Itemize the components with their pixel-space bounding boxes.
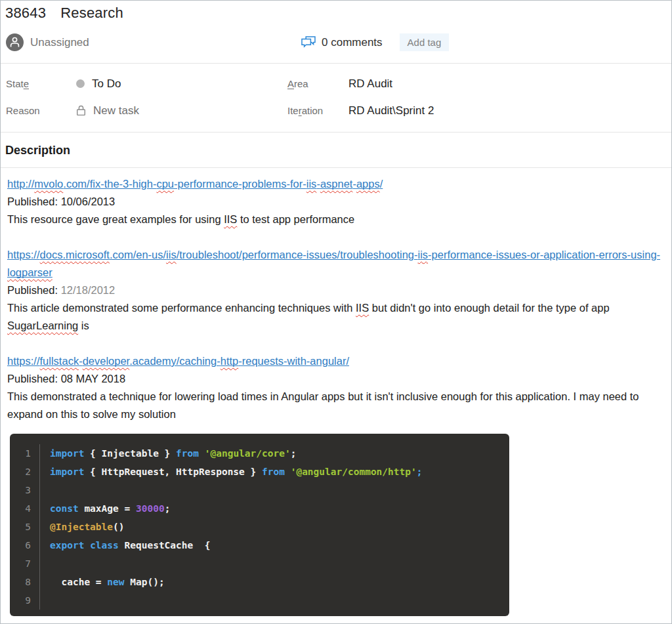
description-text: to test app performance <box>237 213 354 225</box>
code-block-lines: 1import { Injectable } from '@angular/co… <box>10 444 509 610</box>
code-line: 8 cache = new Map(); <box>10 573 509 591</box>
description-heading: Description <box>1 133 671 167</box>
code-line-text: export class RequestCache { <box>40 536 210 554</box>
description-text: is <box>78 320 89 331</box>
code-line: 9 <box>10 591 509 610</box>
description-link[interactable]: http <box>220 355 239 367</box>
description-paragraph: This resource gave great examples for us… <box>7 211 669 228</box>
code-line-number: 4 <box>10 499 40 518</box>
description-text: 12/18/2012 <box>61 284 116 296</box>
code-line-number: 6 <box>10 536 40 554</box>
description-content: http://mvolo.com/fix-the-3-high-cpu-perf… <box>1 167 671 616</box>
state-value[interactable]: To Do <box>76 70 287 97</box>
lock-icon <box>76 105 86 116</box>
description-link[interactable]: developer <box>83 355 130 367</box>
description-link[interactable]: aspnet <box>320 178 353 190</box>
description-paragraph: Published: 10/06/2013 <box>7 193 669 211</box>
description-text: IIS <box>356 302 369 314</box>
description-link[interactable]: fullstack <box>40 355 79 367</box>
description-link[interactable]: iis <box>306 178 317 190</box>
code-line-number: 5 <box>10 518 40 536</box>
description-link[interactable]: iis <box>418 249 429 260</box>
description-text: SugarLearning <box>7 320 78 331</box>
code-line-number: 1 <box>10 444 40 463</box>
code-line-text: cache = new Map(); <box>40 573 165 591</box>
state-dot-icon <box>76 79 85 88</box>
code-line: 5@Injectable() <box>10 518 509 536</box>
description-link[interactable]: apps <box>356 178 380 190</box>
code-line-text <box>40 554 50 573</box>
description-link[interactable]: .com/fix-the-3-high- <box>63 178 156 190</box>
description-paragraph: Published: 08 MAY 2018 <box>7 370 669 388</box>
comments-button[interactable]: 0 comments <box>301 36 383 49</box>
code-line: 6export class RequestCache { <box>10 536 509 554</box>
reason-value: New task <box>76 97 287 124</box>
description-paragraph: Published: 12/18/2012 <box>7 281 669 299</box>
description-paragraph <box>7 228 669 246</box>
description-link[interactable]: https:// <box>7 249 40 260</box>
description-link[interactable]: -performance-issues-or-application-error… <box>428 249 660 260</box>
description-link[interactable]: cpu <box>156 178 174 190</box>
work-item-id: 38643 <box>5 5 46 21</box>
code-line: 7 <box>10 554 509 573</box>
description-text: IIS <box>224 213 237 225</box>
code-line-number: 2 <box>10 463 40 481</box>
work-item-page: 38643Research Unassigned 0 comments <box>0 0 672 624</box>
description-text: This article demonstrated some performan… <box>7 302 356 314</box>
description-link[interactable]: .academy/caching- <box>129 355 220 367</box>
code-line: 1import { Injectable } from '@angular/co… <box>10 444 509 463</box>
code-line: 4const maxAge = 30000; <box>10 499 509 518</box>
meta-row: Unassigned 0 comments Add tag <box>1 22 671 63</box>
description-link[interactable]: mvolo <box>34 178 63 190</box>
code-line: 3 <box>10 481 509 499</box>
description-link[interactable]: docs.microsoft <box>40 249 110 260</box>
work-item-header: 38643Research <box>1 1 671 22</box>
code-line: 2import { HttpRequest, HttpResponse } fr… <box>10 463 509 481</box>
reason-label: Reason <box>6 97 76 124</box>
description-link[interactable]: / <box>380 178 383 190</box>
iteration-value[interactable]: RD Audit\Sprint 2 <box>348 97 671 124</box>
description-link[interactable]: logparser <box>7 266 52 278</box>
description-link[interactable]: -requests-with-angular/ <box>238 355 349 367</box>
code-line-text: import { Injectable } from '@angular/cor… <box>40 444 296 463</box>
description-text: Published: 10/06/2013 <box>7 196 115 207</box>
code-line-number: 8 <box>10 573 40 591</box>
description-text: Published: <box>7 284 61 296</box>
description-paragraph: http://mvolo.com/fix-the-3-high-cpu-perf… <box>7 175 669 193</box>
avatar-icon <box>6 33 24 51</box>
comments-icon <box>301 36 316 49</box>
description-text: Published: 08 MAY 2018 <box>7 373 125 385</box>
code-line-text <box>40 591 50 610</box>
description-link[interactable]: http:// <box>7 178 34 190</box>
description-paragraph: https://fullstack-developer.academy/cach… <box>7 352 669 370</box>
assigned-to-field[interactable]: Unassigned <box>6 33 301 51</box>
description-paragraph <box>7 335 669 352</box>
description-paragraphs: http://mvolo.com/fix-the-3-high-cpu-perf… <box>7 175 669 423</box>
add-tag-button[interactable]: Add tag <box>400 33 450 51</box>
description-link[interactable]: -performance-problems-for- <box>174 178 306 190</box>
code-line-text: @Injectable() <box>40 518 125 536</box>
description-paragraph: This demonstrated a technique for loweri… <box>7 388 669 423</box>
description-link[interactable]: .com/en-us/ <box>110 249 166 260</box>
assignee-name: Unassigned <box>30 36 89 49</box>
code-line-text <box>40 481 50 499</box>
description-text: This resource gave great examples for us… <box>7 213 224 225</box>
code-line-number: 3 <box>10 481 40 499</box>
code-line-text: import { HttpRequest, HttpResponse } fro… <box>40 463 422 481</box>
code-line-number: 9 <box>10 591 40 610</box>
state-label: State <box>6 70 76 97</box>
code-line-number: 7 <box>10 554 40 573</box>
code-line-text: const maxAge = 30000; <box>40 499 170 518</box>
area-value[interactable]: RD Audit <box>348 70 671 97</box>
iteration-label: Iteration <box>287 97 348 124</box>
description-text: This demonstrated a technique for loweri… <box>7 390 639 420</box>
description-link[interactable]: https:// <box>7 355 40 367</box>
description-link[interactable]: iis <box>166 249 177 260</box>
description-link[interactable]: /troubleshoot/performance-issues/trouble… <box>177 249 418 260</box>
description-paragraph: https://docs.microsoft.com/en-us/iis/tro… <box>7 246 669 281</box>
area-label: Area <box>287 70 348 97</box>
fields-section: State To Do Area RD Audit Reason New tas… <box>1 63 671 133</box>
code-block: 1import { Injectable } from '@angular/co… <box>10 434 509 616</box>
description-paragraph: This article demonstrated some performan… <box>7 299 669 335</box>
work-item-title[interactable]: Research <box>60 5 123 21</box>
